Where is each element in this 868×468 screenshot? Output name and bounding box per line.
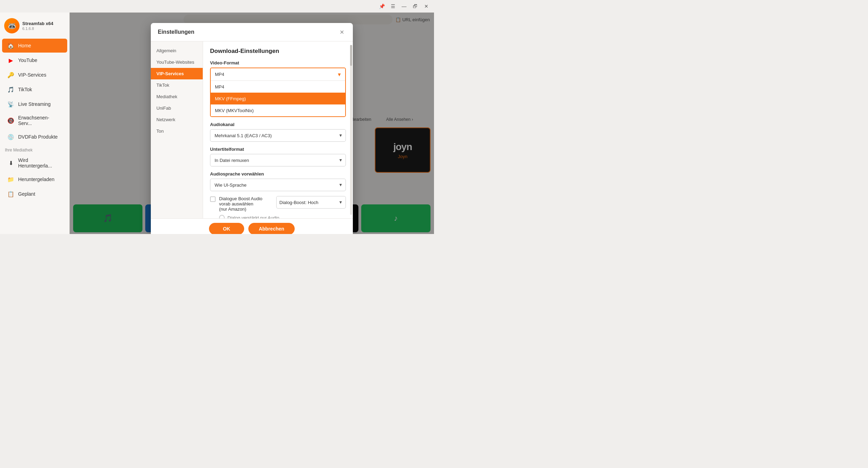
app-logo: 🦝 <box>4 18 20 33</box>
radio-option1[interactable] <box>219 215 225 218</box>
ok-button[interactable]: OK <box>209 223 244 234</box>
app-container: 🦝 Streamfab x64 6.1.6.8 🏠 Home ▶ YouTube… <box>0 13 434 234</box>
dialogue-boost-row: Dialogue Boost Audio vorab auswählen(nur… <box>210 196 346 212</box>
sidebar-item-home[interactable]: 🏠 Home <box>2 39 67 53</box>
app-name: Streamfab x64 <box>22 21 53 27</box>
modal-overlay: Einstellungen ✕ Allgemein YouTube-Websit… <box>70 13 434 234</box>
live-streaming-icon: 📡 <box>7 100 15 108</box>
tiktok-icon: 🎵 <box>7 86 15 93</box>
modal-nav-netzwerk[interactable]: Netzwerk <box>151 114 203 125</box>
minimize-button[interactable]: — <box>399 2 409 10</box>
audio-channel-wrapper: Mehrkanal 5.1 (EAC3 / AC3) ▼ <box>210 129 346 142</box>
modal-nav-unifab[interactable]: UniFab <box>151 102 203 114</box>
sidebar-live-label: Live Streaming <box>18 101 51 107</box>
downloading-icon: ⬇ <box>7 159 15 167</box>
dialogue-boost-value: Dialog-Boost: Hoch <box>279 200 318 205</box>
sidebar-item-downloaded[interactable]: 📁 Heruntergeladen <box>2 172 67 186</box>
dropdown-options-list: MP4 MKV (FFmpeg) MKV (MKVToolNix) <box>211 81 345 116</box>
sidebar-vip-label: VIP-Services <box>18 72 46 78</box>
modal-nav-youtube[interactable]: YouTube-Websites <box>151 56 203 68</box>
maximize-button[interactable]: 🗗 <box>410 2 420 10</box>
scrollbar-thumb[interactable] <box>350 45 352 66</box>
audio-channel-select[interactable]: Mehrkanal 5.1 (EAC3 / AC3) ▼ <box>210 129 346 142</box>
vip-icon: 🔑 <box>7 71 15 79</box>
sidebar-scheduled-label: Geplant <box>18 191 35 197</box>
dialogue-boost-select[interactable]: Dialog-Boost: Hoch ▼ <box>276 196 346 209</box>
sidebar-item-downloading[interactable]: ⬇ Wird Heruntergerla... <box>2 154 67 172</box>
sidebar-item-youtube[interactable]: ▶ YouTube <box>2 53 67 67</box>
modal-nav-allgemein[interactable]: Allgemein <box>151 45 203 56</box>
audio-language-label: Audiosprache vorwählen <box>210 171 346 177</box>
home-icon: 🏠 <box>7 42 15 49</box>
modal-footer: OK Abbrechen <box>151 218 353 234</box>
video-format-label: Video-Format <box>210 60 346 65</box>
app-name-version: Streamfab x64 6.1.6.8 <box>22 21 53 31</box>
sidebar-youtube-label: YouTube <box>18 57 37 63</box>
dialogue-boost-checkbox-label: Dialogue Boost Audio vorab auswählen(nur… <box>219 196 273 212</box>
dialogue-boost-arrow-icon: ▼ <box>339 200 343 205</box>
downloaded-icon: 📁 <box>7 176 15 183</box>
modal-title: Einstellungen <box>158 29 194 35</box>
subtitle-format-value: In Datei remuxen <box>215 158 249 163</box>
video-format-dropdown[interactable]: MP4 ▼ MP4 MKV (FFmpeg) MKV (MKVToolNix) <box>210 68 346 117</box>
app-version: 6.1.6.8 <box>22 26 53 31</box>
modal-body: Allgemein YouTube-Websites VIP-Services … <box>151 41 353 218</box>
sidebar-home-label: Home <box>18 43 31 48</box>
cancel-button[interactable]: Abbrechen <box>248 223 295 234</box>
subtitle-format-label: Untertitelformat <box>210 147 346 152</box>
modal-nav-tiktok[interactable]: TikTok <box>151 79 203 91</box>
sidebar-item-dvdfab[interactable]: 💿 DVDFab Produkte <box>2 130 67 144</box>
dropdown-option-mkv-ffmpeg[interactable]: MKV (FFmpeg) <box>211 93 345 104</box>
dropdown-arrow-icon: ▼ <box>337 72 342 77</box>
modal-close-button[interactable]: ✕ <box>338 28 346 36</box>
sidebar-item-adult[interactable]: 🔞 Erwachsenen-Serv... <box>2 112 67 129</box>
sidebar-adult-label: Erwachsenen-Serv... <box>18 115 62 126</box>
library-section-label: Ihre Mediathek <box>0 144 69 154</box>
title-bar: 📌 ☰ — 🗗 ✕ <box>0 0 434 13</box>
modal-nav: Allgemein YouTube-Websites VIP-Services … <box>151 41 203 218</box>
audio-language-select[interactable]: Wie UI-Sprache ▼ <box>210 179 346 191</box>
sidebar-dvdfab-label: DVDFab Produkte <box>18 134 58 140</box>
section-title: Download-Einstellungen <box>210 48 346 55</box>
sidebar-tiktok-label: TikTok <box>18 87 32 92</box>
close-button[interactable]: ✕ <box>421 2 431 10</box>
subtitle-format-arrow-icon: ▼ <box>339 158 343 163</box>
audio-channel-value: Mehrkanal 5.1 (EAC3 / AC3) <box>215 133 272 138</box>
title-bar-controls: 📌 ☰ — 🗗 ✕ <box>377 2 431 10</box>
sidebar-item-live-streaming[interactable]: 📡 Live Streaming <box>2 97 67 111</box>
radio-option1-row: Dialog verstärkt nur Audio <box>210 214 346 218</box>
audio-channel-arrow-icon: ▼ <box>339 133 343 138</box>
dialogue-boost-checkbox[interactable] <box>210 196 216 202</box>
video-format-trigger[interactable]: MP4 ▼ <box>211 68 345 81</box>
main-content: 📋 URL einfügen ✏ Bearbeiten Alle Ansehen… <box>70 13 434 234</box>
menu-button[interactable]: ☰ <box>388 2 398 10</box>
sidebar-downloading-label: Wird Heruntergerla... <box>18 157 62 169</box>
sidebar-downloaded-label: Heruntergeladen <box>18 177 54 182</box>
pin-button[interactable]: 📌 <box>377 2 387 10</box>
adult-icon: 🔞 <box>7 117 15 124</box>
radio-option1-label: Dialog verstärkt nur Audio <box>227 215 279 219</box>
settings-modal: Einstellungen ✕ Allgemein YouTube-Websit… <box>151 23 353 234</box>
sidebar-item-vip-services[interactable]: 🔑 VIP-Services <box>2 68 67 82</box>
audio-language-wrapper: Wie UI-Sprache ▼ <box>210 179 346 191</box>
sidebar: 🦝 Streamfab x64 6.1.6.8 🏠 Home ▶ YouTube… <box>0 13 70 234</box>
modal-scrollbar[interactable] <box>350 45 352 215</box>
subtitle-format-select[interactable]: In Datei remuxen ▼ <box>210 154 346 166</box>
audio-language-value: Wie UI-Sprache <box>215 182 247 188</box>
dropdown-option-mp4[interactable]: MP4 <box>211 81 345 93</box>
modal-header: Einstellungen ✕ <box>151 23 353 41</box>
youtube-icon: ▶ <box>7 56 15 64</box>
dvdfab-icon: 💿 <box>7 133 15 141</box>
audio-channel-label: Audiokanal <box>210 122 346 127</box>
modal-settings-content: Download-Einstellungen Video-Format MP4 … <box>203 41 353 218</box>
modal-nav-mediathek[interactable]: Mediathek <box>151 91 203 102</box>
sidebar-item-tiktok[interactable]: 🎵 TikTok <box>2 83 67 96</box>
modal-nav-vip[interactable]: VIP-Services <box>151 68 203 79</box>
video-format-selected-value: MP4 <box>215 72 224 77</box>
scheduled-icon: 📋 <box>7 190 15 198</box>
sidebar-item-scheduled[interactable]: 📋 Geplant <box>2 187 67 201</box>
modal-nav-ton[interactable]: Ton <box>151 125 203 137</box>
subtitle-format-wrapper: In Datei remuxen ▼ <box>210 154 346 166</box>
dropdown-option-mkv-mkvtoolnix[interactable]: MKV (MKVToolNix) <box>211 104 345 116</box>
audio-language-arrow-icon: ▼ <box>339 182 343 187</box>
